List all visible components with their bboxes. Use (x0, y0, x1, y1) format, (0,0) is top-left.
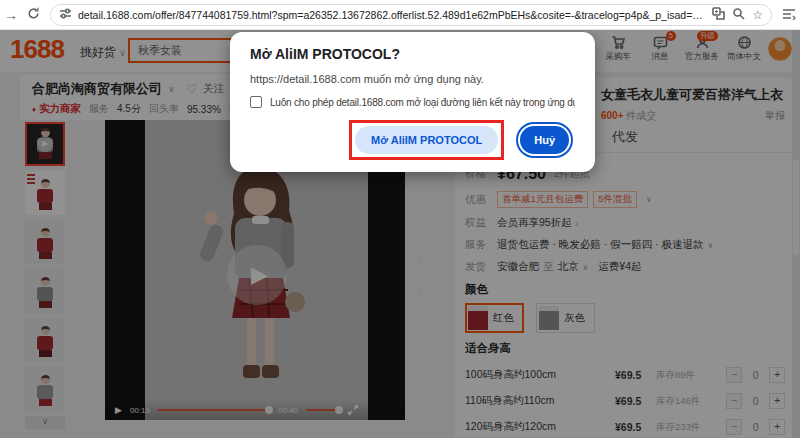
site-settings-icon[interactable] (59, 6, 72, 24)
annotation-highlight-box: Mở AliIM PROTOCOL (349, 120, 504, 160)
dialog-message: https://detail.1688.com muốn mở ứng dụng… (250, 73, 575, 85)
forward-icon[interactable]: → (0, 7, 22, 23)
cancel-button[interactable]: Huỷ (520, 126, 569, 154)
translate-icon[interactable] (712, 7, 725, 22)
zoom-icon[interactable] (732, 7, 745, 22)
address-bar[interactable]: detail.1688.com/offer/847744081759.html?… (50, 4, 772, 26)
dialog-actions: Mở AliIM PROTOCOL Huỷ (250, 120, 575, 160)
protocol-dialog: Mở AliIM PROTOCOL? https://detail.1688.c… (230, 32, 595, 172)
browser-toolbar: → detail.1688.com/offer/847744081759.htm… (0, 0, 800, 30)
dialog-checkbox-row: Luôn cho phép detail.1688.com mở loại đư… (250, 96, 575, 108)
reload-icon[interactable] (22, 7, 44, 23)
bookmark-star-icon[interactable]: ☆ (752, 9, 763, 21)
checkbox-label: Luôn cho phép detail.1688.com mở loại đư… (270, 97, 575, 108)
screen: → detail.1688.com/offer/847744081759.htm… (0, 0, 800, 438)
always-allow-checkbox[interactable] (250, 96, 262, 108)
open-protocol-button[interactable]: Mở AliIM PROTOCOL (355, 126, 498, 154)
url-text[interactable]: detail.1688.com/offer/847744081759.html?… (78, 9, 705, 21)
dialog-title: Mở AliIM PROTOCOL? (250, 46, 575, 62)
side-panel-icon[interactable] (778, 7, 800, 23)
